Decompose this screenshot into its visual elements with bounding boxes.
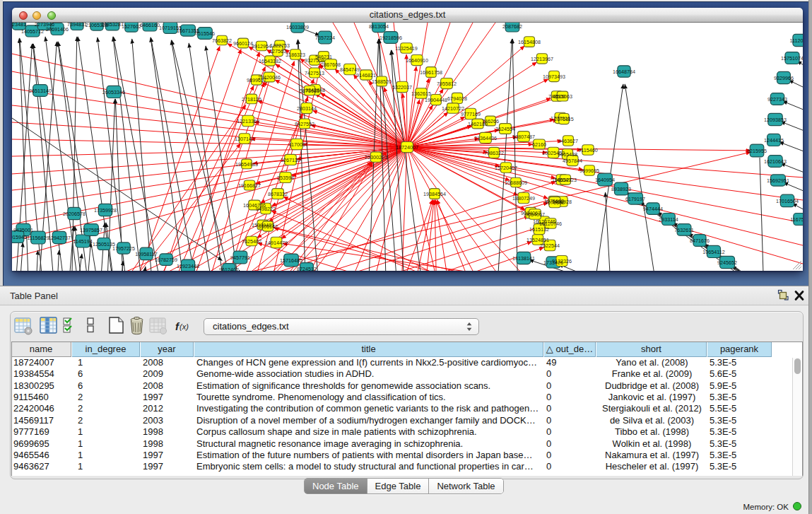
svg-text:20691406: 20691406 <box>46 26 69 33</box>
svg-text:9435001: 9435001 <box>13 227 33 233</box>
svg-text:12213369: 12213369 <box>237 118 259 124</box>
svg-text:9132326: 9132326 <box>552 258 572 264</box>
svg-text:1615132: 1615132 <box>529 226 549 233</box>
svg-text:5322037: 5322037 <box>392 84 412 90</box>
svg-text:(x): (x) <box>180 322 189 331</box>
svg-text:9457791: 9457791 <box>230 255 250 261</box>
svg-text:10688609: 10688609 <box>505 180 527 186</box>
svg-text:20206578: 20206578 <box>63 211 86 217</box>
svg-text:19384554: 19384554 <box>423 191 446 197</box>
svg-text:26053346: 26053346 <box>102 89 125 95</box>
svg-text:1075692: 1075692 <box>545 199 565 206</box>
svg-text:6794028: 6794028 <box>447 95 467 102</box>
svg-text:10654112: 10654112 <box>702 249 724 255</box>
svg-text:8724512: 8724512 <box>297 266 317 271</box>
svg-text:9465438: 9465438 <box>558 151 577 158</box>
svg-text:1244415: 1244415 <box>764 137 784 144</box>
svg-text:8938923: 8938923 <box>611 186 631 192</box>
svg-text:1362615: 1362615 <box>411 90 431 97</box>
svg-text:12213967: 12213967 <box>531 56 553 62</box>
svg-text:2933114: 2933114 <box>659 216 678 223</box>
svg-text:9899617: 9899617 <box>247 77 266 83</box>
svg-text:9777169: 9777169 <box>461 111 481 117</box>
svg-text:7632611: 7632611 <box>674 227 693 233</box>
svg-text:253594: 253594 <box>277 175 294 181</box>
svg-text:3186323: 3186323 <box>286 52 305 58</box>
svg-text:16154808: 16154808 <box>518 39 541 45</box>
svg-text:16210643: 16210643 <box>764 158 787 165</box>
svg-text:10958117: 10958117 <box>135 251 157 257</box>
svg-text:9498222: 9498222 <box>256 206 276 212</box>
svg-text:15716485: 15716485 <box>280 257 302 264</box>
svg-text:4515063: 4515063 <box>553 93 572 100</box>
svg-text:7625402: 7625402 <box>242 238 261 245</box>
svg-text:9146821: 9146821 <box>356 72 376 78</box>
svg-text:14654923: 14654923 <box>554 177 577 183</box>
svg-text:9245652: 9245652 <box>717 259 737 266</box>
svg-text:7955812: 7955812 <box>437 81 457 87</box>
svg-text:12093853: 12093853 <box>764 117 787 123</box>
svg-text:17957225: 17957225 <box>112 245 135 252</box>
svg-text:18807249: 18807249 <box>512 195 535 201</box>
svg-text:1640954: 1640954 <box>595 177 615 183</box>
svg-text:7986322: 7986322 <box>484 150 504 156</box>
svg-text:11325419: 11325419 <box>395 45 417 52</box>
svg-text:23481: 23481 <box>12 23 26 28</box>
svg-text:7357224: 7357224 <box>315 35 335 41</box>
svg-text:14055712: 14055712 <box>21 28 44 35</box>
svg-text:14914479: 14914479 <box>265 240 288 246</box>
svg-text:13975857: 13975857 <box>80 227 102 233</box>
svg-text:1307142: 1307142 <box>235 136 254 142</box>
svg-text:15751074: 15751074 <box>781 55 803 62</box>
svg-text:9329966: 9329966 <box>774 75 794 81</box>
svg-text:10807487: 10807487 <box>512 134 535 140</box>
svg-text:11156829: 11156829 <box>28 235 49 241</box>
svg-text:2375115: 2375115 <box>554 116 573 122</box>
svg-text:7394831: 7394831 <box>67 23 87 28</box>
svg-text:9463627: 9463627 <box>558 138 578 144</box>
svg-text:8427552: 8427552 <box>295 121 314 127</box>
svg-text:19166827: 19166827 <box>238 182 261 189</box>
svg-text:7663822: 7663822 <box>212 37 232 44</box>
svg-text:9084067: 9084067 <box>525 211 545 218</box>
svg-text:8912954: 8912954 <box>252 43 271 49</box>
svg-text:746266: 746266 <box>482 118 499 124</box>
svg-text:8678332: 8678332 <box>268 191 288 197</box>
svg-text:25300203: 25300203 <box>365 154 387 160</box>
svg-text:62160: 62160 <box>532 141 546 148</box>
svg-text:2718126: 2718126 <box>242 96 261 103</box>
svg-text:8471676: 8471676 <box>690 238 710 244</box>
svg-text:3306142: 3306142 <box>258 223 278 230</box>
svg-text:9699695: 9699695 <box>579 168 599 174</box>
svg-text:19654983: 19654983 <box>235 161 258 168</box>
svg-text:5875685: 5875685 <box>300 88 319 94</box>
svg-text:546231: 546231 <box>315 54 332 60</box>
svg-text:4957844: 4957844 <box>563 158 582 164</box>
svg-text:3915945: 3915945 <box>12 234 27 240</box>
svg-text:17359928: 17359928 <box>94 207 117 214</box>
svg-text:8215955: 8215955 <box>747 148 767 154</box>
svg-text:18724007: 18724007 <box>396 144 418 151</box>
svg-text:19904448: 19904448 <box>425 97 447 103</box>
svg-text:21364436: 21364436 <box>474 135 497 141</box>
svg-text:16640910: 16640910 <box>406 57 428 64</box>
svg-text:2803144: 2803144 <box>297 105 317 112</box>
svg-text:16543382: 16543382 <box>259 58 281 64</box>
svg-text:1527602: 1527602 <box>122 23 141 30</box>
svg-text:17016504: 17016504 <box>776 198 799 204</box>
svg-text:9227343: 9227343 <box>767 96 787 103</box>
svg-text:1588520: 1588520 <box>372 78 392 85</box>
svg-text:16961758: 16961758 <box>420 69 442 76</box>
svg-text:16782759: 16782759 <box>155 257 177 263</box>
svg-text:19218596: 19218596 <box>379 35 402 41</box>
svg-text:3267130: 3267130 <box>281 157 300 163</box>
svg-text:16648784: 16648784 <box>613 69 635 75</box>
svg-text:9612402: 9612402 <box>219 267 239 271</box>
svg-text:12942737: 12942737 <box>48 235 71 241</box>
svg-text:15692951: 15692951 <box>767 177 789 184</box>
svg-text:9660124: 9660124 <box>233 40 253 47</box>
svg-text:2867608: 2867608 <box>321 62 341 68</box>
svg-text:10973493: 10973493 <box>543 74 565 80</box>
svg-text:6179197: 6179197 <box>625 196 645 202</box>
svg-text:7427513: 7427513 <box>305 70 324 76</box>
